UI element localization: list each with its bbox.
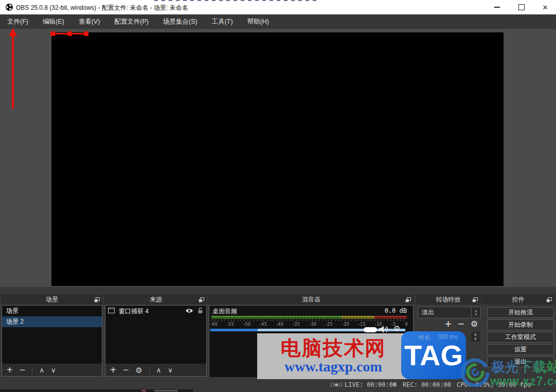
obs-logo-icon: [6, 4, 13, 11]
duration-label: 时长: [418, 333, 431, 342]
control-button[interactable]: 工作室模式: [487, 332, 554, 343]
move-scene-down-button[interactable]: ∨: [51, 367, 56, 373]
toolbar-divider: [32, 366, 32, 374]
audio-channel-label: 桌面音频: [212, 307, 237, 316]
obs-window: OBS 25.0.8 (32-bit, windows) - 配置文件: 未命名…: [0, 0, 556, 392]
add-transition-button[interactable]: +: [445, 318, 452, 330]
lock-icon[interactable]: [198, 307, 203, 315]
popout-icon[interactable]: [405, 297, 411, 304]
menu-item[interactable]: 工具(T): [205, 14, 240, 29]
annotation-handle: [84, 31, 88, 36]
bottom-edge-artifact: [154, 390, 178, 391]
annotation-arrow-icon: [9, 28, 17, 36]
xz7-url: www.xz7.com: [490, 375, 556, 388]
close-icon: ×: [543, 3, 548, 12]
preview-canvas[interactable]: [51, 32, 504, 286]
add-scene-button[interactable]: +: [7, 365, 13, 375]
move-scene-up-button[interactable]: ∧: [39, 367, 44, 373]
control-button[interactable]: 设置: [487, 344, 554, 355]
meter-yellow-segment: [342, 316, 374, 319]
control-button[interactable]: 开始推流: [487, 307, 554, 318]
transition-properties-gear-icon[interactable]: ⚙: [471, 320, 478, 328]
broadcast-icon: ((●)): [330, 382, 343, 387]
control-button[interactable]: 开始录制: [487, 319, 554, 330]
meter-scale-label: -60: [210, 322, 218, 327]
maximize-button[interactable]: [510, 0, 533, 14]
meter-scale: -60-55-50-45-40-35-30-25-20-15-10-50: [210, 322, 408, 327]
annotation-arrow-shaft: [12, 35, 14, 109]
scene-list-item[interactable]: 场景 2: [2, 316, 102, 327]
remove-scene-button[interactable]: −: [20, 365, 26, 375]
popout-icon[interactable]: [199, 297, 204, 304]
duration-spinner[interactable]: ∧ ∨: [471, 332, 480, 342]
window-title: OBS 25.0.8 (32-bit, windows) - 配置文件: 未命名…: [16, 4, 188, 12]
maximize-icon: [518, 4, 525, 10]
volume-meter: [211, 316, 407, 319]
popout-icon[interactable]: [472, 297, 478, 304]
close-button[interactable]: ×: [534, 0, 556, 14]
record-dot-icon: ●: [393, 381, 397, 387]
meter-red-segment: [374, 316, 407, 319]
source-properties-gear-icon[interactable]: ⚙: [135, 366, 142, 374]
scene-list-item[interactable]: 场景: [2, 306, 102, 316]
meter-green-segment: [211, 316, 342, 319]
move-source-down-button[interactable]: ∨: [168, 367, 173, 373]
remove-transition-button[interactable]: −: [458, 318, 464, 330]
volume-db-value: 0.0 dB: [385, 307, 407, 316]
meter-scale-label: -25: [326, 322, 333, 327]
window-capture-icon: [108, 308, 115, 315]
remove-source-button[interactable]: −: [123, 365, 129, 375]
tag-logo-text: TAG: [404, 338, 463, 372]
meter-scale-label: -35: [293, 322, 300, 327]
transition-selected-value: 淡出: [418, 308, 471, 317]
scenes-panel: 场景 场景场景 2 + − ∧ ∨: [1, 294, 103, 377]
tagxp-watermark: 电脑技术网 www.tagxp.com TAG: [257, 331, 466, 380]
volume-slider-filled[interactable]: [210, 329, 258, 331]
xz7-swirl-icon: [460, 357, 490, 389]
sources-panel-title: 来源: [150, 295, 162, 304]
minimize-icon: [494, 7, 500, 8]
bottom-edge-artifact: [141, 390, 146, 391]
meter-scale-label: -50: [243, 322, 250, 327]
scenes-panel-title: 场景: [46, 295, 58, 304]
live-time: LIVE: 00:00:00: [345, 381, 397, 388]
menu-item[interactable]: 帮助(H): [240, 14, 276, 29]
menu-item[interactable]: 文件(F): [0, 14, 35, 29]
add-source-button[interactable]: +: [110, 365, 116, 375]
tagxp-site-name: 电脑技术网: [261, 334, 405, 362]
meter-tick-marks: [211, 319, 407, 321]
meter-scale-label: -55: [227, 322, 234, 327]
menu-item[interactable]: 编辑(E): [35, 14, 71, 29]
tagxp-url: www.tagxp.com: [261, 359, 405, 375]
controls-panel-title: 控件: [512, 295, 525, 304]
sources-panel-header: 来源: [104, 294, 207, 305]
title-bar: OBS 25.0.8 (32-bit, windows) - 配置文件: 未命名…: [0, 0, 556, 15]
meter-scale-label: -45: [260, 322, 267, 327]
visibility-eye-icon[interactable]: [185, 308, 193, 315]
meter-scale-label: -20: [342, 322, 349, 327]
menu-item[interactable]: 配置文件(P): [107, 14, 156, 29]
workspace: [0, 29, 556, 287]
meter-scale-label: -30: [309, 322, 316, 327]
popout-icon[interactable]: [546, 297, 552, 304]
popout-icon[interactable]: [94, 297, 100, 304]
xz7-watermark: 极光下载站 www.xz7.com: [460, 354, 556, 392]
sources-toolbar: + − ⚙ ∧ ∨: [105, 364, 207, 377]
source-list-item[interactable]: 窗口捕获 4: [105, 306, 206, 317]
spinner-down-icon[interactable]: ∨: [474, 337, 477, 341]
meter-scale-label: 0: [405, 322, 407, 327]
annotation-handle: [50, 31, 55, 36]
controls-panel-header: 控件: [481, 294, 555, 305]
move-source-up-button[interactable]: ∧: [156, 367, 162, 373]
rec-time: REC: 00:00:00: [403, 381, 451, 388]
meter-scale-label: -40: [276, 322, 283, 327]
sources-panel: 来源 窗口捕获 4 + − ⚙: [104, 294, 207, 377]
duration-value: 300 ms: [438, 333, 458, 341]
mixer-panel-header: 混音器: [208, 294, 414, 305]
menu-bar: 文件(F)编辑(E)查看(V)配置文件(P)场景集合(S)工具(T)帮助(H): [0, 14, 556, 29]
toolbar-divider: [149, 366, 150, 374]
menu-item[interactable]: 查看(V): [71, 14, 107, 29]
transition-select[interactable]: 淡出 ∧∨: [418, 307, 481, 318]
menu-item[interactable]: 场景集合(S): [156, 14, 205, 29]
minimize-button[interactable]: [486, 0, 508, 14]
